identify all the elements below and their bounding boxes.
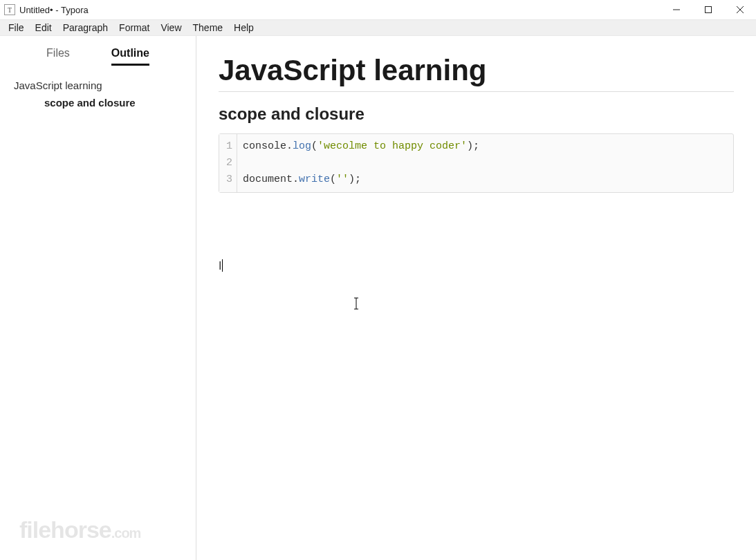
text-caret — [222, 259, 223, 272]
outline-item-h2[interactable]: scope and closure — [8, 94, 187, 111]
app-icon: T — [4, 4, 15, 15]
outline-list: JavaScript learning scope and closure — [0, 73, 196, 115]
menu-help[interactable]: Help — [228, 21, 259, 35]
code-line[interactable]: 3document.write(''); — [219, 171, 733, 192]
close-button[interactable] — [724, 0, 756, 19]
content-area: Files Outline JavaScript learning scope … — [0, 36, 756, 560]
watermark-main: filehorse — [19, 516, 111, 543]
code-line[interactable]: 1console.log('wecolme to happy coder'); — [219, 134, 733, 155]
tab-files[interactable]: Files — [46, 47, 70, 66]
outline-item-h1[interactable]: JavaScript learning — [8, 77, 187, 94]
menu-format[interactable]: Format — [113, 21, 155, 35]
line-number: 3 — [219, 171, 237, 192]
line-number: 1 — [219, 134, 237, 155]
heading-2[interactable]: scope and closure — [219, 104, 734, 124]
menu-paragraph[interactable]: Paragraph — [57, 21, 113, 35]
minimize-button[interactable] — [661, 0, 692, 19]
code-content[interactable] — [237, 155, 255, 171]
menu-theme[interactable]: Theme — [187, 21, 229, 35]
svg-rect-1 — [706, 7, 712, 13]
watermark: filehorse.com — [19, 516, 140, 543]
menubar: File Edit Paragraph Format View Theme He… — [0, 19, 756, 36]
paragraph-text: I — [219, 260, 221, 272]
active-paragraph[interactable]: I — [219, 259, 734, 272]
maximize-button[interactable] — [692, 0, 724, 19]
watermark-suffix: .com — [111, 525, 141, 541]
sidebar: Files Outline JavaScript learning scope … — [0, 36, 196, 560]
heading-1[interactable]: JavaScript learning — [219, 54, 734, 92]
menu-file[interactable]: File — [3, 21, 30, 35]
menu-edit[interactable]: Edit — [30, 21, 57, 35]
tab-outline[interactable]: Outline — [111, 47, 149, 66]
code-content[interactable]: console.log('wecolme to happy coder'); — [237, 134, 485, 155]
titlebar: T Untitled• - Typora — [0, 0, 756, 19]
editor[interactable]: JavaScript learning scope and closure 1c… — [196, 36, 756, 560]
menu-view[interactable]: View — [155, 21, 187, 35]
sidebar-tabs: Files Outline — [0, 36, 196, 73]
line-number: 2 — [219, 155, 237, 171]
code-line[interactable]: 2 — [219, 155, 733, 171]
code-content[interactable]: document.write(''); — [237, 171, 367, 192]
window-title: Untitled• - Typora — [19, 5, 89, 15]
code-fence[interactable]: 1console.log('wecolme to happy coder');2… — [219, 133, 734, 193]
